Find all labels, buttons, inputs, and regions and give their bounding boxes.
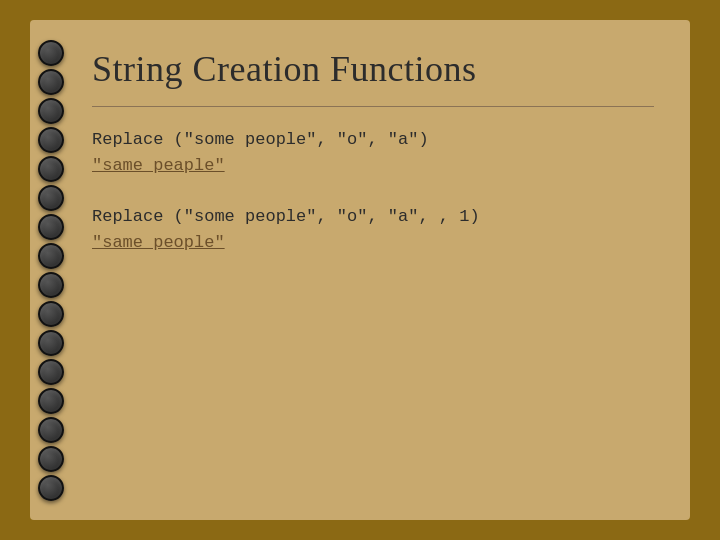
example1-call: Replace ("some people", "o", "a")	[92, 127, 654, 153]
spiral-binding	[30, 20, 72, 520]
spiral-coil	[38, 475, 64, 501]
spiral-coil	[38, 127, 64, 153]
example2-call: Replace ("some people", "o", "a", , 1)	[92, 204, 654, 230]
spiral-coil	[38, 40, 64, 66]
example1-block: Replace ("some people", "o", "a") "same …	[92, 127, 654, 180]
spiral-coil	[38, 69, 64, 95]
spiral-coil	[38, 272, 64, 298]
example2-call-text: Replace ("some people", "o", "a", , 1)	[92, 207, 480, 226]
spiral-coil	[38, 214, 64, 240]
content-area: String Creation Functions Replace ("some…	[72, 20, 690, 520]
spiral-coil	[38, 359, 64, 385]
example1-result: "same peaple"	[92, 153, 654, 179]
example2-block: Replace ("some people", "o", "a", , 1) "…	[92, 204, 654, 257]
spiral-coil	[38, 417, 64, 443]
divider	[92, 106, 654, 107]
page-title: String Creation Functions	[92, 48, 654, 90]
spiral-coil	[38, 243, 64, 269]
spiral-coil	[38, 185, 64, 211]
example2-result: "same people"	[92, 230, 654, 256]
spiral-coil	[38, 301, 64, 327]
spiral-coil	[38, 446, 64, 472]
spiral-coil	[38, 156, 64, 182]
spiral-coil	[38, 330, 64, 356]
example1-call-text: Replace ("some people", "o", "a")	[92, 130, 429, 149]
spiral-coil	[38, 98, 64, 124]
notebook: String Creation Functions Replace ("some…	[30, 20, 690, 520]
spiral-coil	[38, 388, 64, 414]
